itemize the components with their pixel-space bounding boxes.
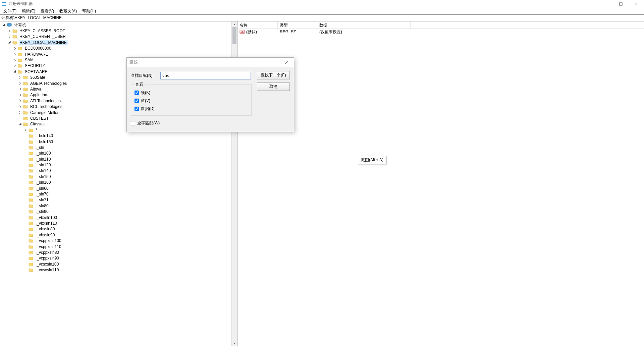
col-name[interactable]: 名称 bbox=[237, 21, 278, 28]
expand-toggle-icon[interactable] bbox=[1, 22, 7, 28]
expand-toggle-icon[interactable] bbox=[7, 28, 12, 34]
close-button[interactable] bbox=[629, 0, 644, 8]
expand-toggle-icon[interactable] bbox=[17, 110, 23, 115]
scroll-thumb[interactable] bbox=[232, 27, 236, 44]
tree-classes-7[interactable]: ._sln150 bbox=[0, 174, 231, 179]
list-body[interactable]: ab (默认) REG_SZ (数值未设置) bbox=[237, 29, 644, 346]
chk-data[interactable]: 数据(D) bbox=[135, 105, 248, 113]
expand-toggle-icon[interactable] bbox=[7, 34, 12, 39]
tree-node-label: ._vcsxsln110 bbox=[35, 267, 59, 273]
tree-classes-0[interactable]: ._bsln140 bbox=[0, 133, 231, 138]
find-next-label: 查找下一个(F) bbox=[261, 72, 286, 78]
expand-toggle-icon[interactable] bbox=[17, 75, 23, 80]
menu-view[interactable]: 查看(V) bbox=[38, 8, 57, 15]
tree-classes-11[interactable]: ._sln71 bbox=[0, 197, 231, 203]
svg-marker-12 bbox=[14, 70, 16, 72]
expand-toggle-icon[interactable] bbox=[12, 63, 17, 68]
tree-classes-12[interactable]: ._sln80 bbox=[0, 203, 231, 209]
expand-toggle-icon[interactable] bbox=[17, 81, 23, 86]
chk-whole-word-label: 全字匹配(W) bbox=[137, 120, 160, 126]
expand-toggle-icon[interactable] bbox=[7, 40, 12, 45]
tree-hkcr[interactable]: HKEY_CLASSES_ROOT bbox=[0, 28, 231, 34]
tree-classes-18[interactable]: ._vcppxsln100 bbox=[0, 238, 231, 243]
chk-values[interactable]: 值(V) bbox=[135, 97, 248, 105]
address-bar[interactable]: 计算机\HKEY_LOCAL_MACHINE bbox=[0, 14, 644, 21]
list-header: 名称 类型 数据 bbox=[237, 21, 644, 29]
menu-file[interactable]: 文件(F) bbox=[1, 8, 19, 15]
menu-favorites[interactable]: 收藏夹(A) bbox=[57, 8, 79, 15]
hint-text: 截图(Alt + A) bbox=[361, 158, 383, 162]
folder-icon bbox=[23, 121, 28, 127]
folder-icon bbox=[28, 232, 34, 238]
folder-icon bbox=[28, 145, 34, 150]
expand-toggle-icon[interactable] bbox=[23, 127, 28, 133]
tree-classes-8[interactable]: ._sln160 bbox=[0, 180, 231, 185]
chk-data-input[interactable] bbox=[135, 107, 139, 111]
expand-toggle-icon[interactable] bbox=[17, 92, 23, 98]
chk-values-input[interactable] bbox=[135, 99, 139, 103]
minimize-button[interactable] bbox=[598, 0, 613, 8]
expand-toggle-icon[interactable] bbox=[12, 69, 17, 74]
folder-icon bbox=[12, 40, 17, 45]
tree-node-label: SOFTWARE bbox=[24, 69, 48, 74]
tree-classes-9[interactable]: ._sln60 bbox=[0, 185, 231, 191]
find-next-button[interactable]: 查找下一个(F) bbox=[257, 71, 290, 79]
folder-icon bbox=[28, 174, 34, 179]
folder-icon bbox=[28, 203, 34, 209]
tree-node-label: ._sln bbox=[35, 145, 45, 150]
tree-hardware[interactable]: HARDWARE bbox=[0, 51, 231, 57]
svg-marker-13 bbox=[19, 123, 21, 125]
tree-node-label: ._vcppxsln90 bbox=[35, 255, 60, 261]
address-text: 计算机\HKEY_LOCAL_MACHINE bbox=[1, 15, 62, 21]
screenshot-hint-tooltip: 截图(Alt + A) bbox=[358, 156, 386, 164]
cell-type: REG_SZ bbox=[278, 30, 317, 34]
tree-classes-5[interactable]: ._sln120 bbox=[0, 162, 231, 168]
tree-classes-19[interactable]: ._vcppxsln110 bbox=[0, 244, 231, 249]
tree-root-computer[interactable]: 计算机 bbox=[0, 22, 231, 28]
cancel-button[interactable]: 取消 bbox=[257, 82, 290, 91]
chk-keys[interactable]: 项(K) bbox=[135, 89, 248, 97]
folder-icon bbox=[28, 162, 34, 168]
tree-classes-2[interactable]: ._sln bbox=[0, 145, 231, 150]
expand-toggle-icon[interactable] bbox=[17, 121, 23, 127]
expand-toggle-icon[interactable] bbox=[12, 57, 17, 63]
find-dialog-close-button[interactable] bbox=[282, 59, 292, 66]
expand-toggle-icon[interactable] bbox=[12, 46, 17, 51]
tree-classes-21[interactable]: ._vcppxsln90 bbox=[0, 255, 231, 261]
tree-classes-13[interactable]: ._sln90 bbox=[0, 209, 231, 215]
tree-hklm[interactable]: HKEY_LOCAL_MACHINE bbox=[0, 40, 231, 45]
tree-classes-23[interactable]: ._vcsxsln110 bbox=[0, 267, 231, 273]
tree-classes-1[interactable]: ._bsln150 bbox=[0, 139, 231, 145]
col-type[interactable]: 类型 bbox=[278, 21, 317, 28]
menu-edit[interactable]: 编辑(E) bbox=[19, 8, 38, 15]
tree-node-label: Altova bbox=[30, 86, 42, 92]
tree-classes-4[interactable]: ._sln110 bbox=[0, 156, 231, 162]
list-row[interactable]: ab (默认) REG_SZ (数值未设置) bbox=[237, 29, 644, 35]
tree-classes-15[interactable]: ._vbxsln110 bbox=[0, 220, 231, 226]
folder-icon bbox=[28, 244, 34, 249]
tree-classes-3[interactable]: ._sln100 bbox=[0, 151, 231, 156]
chk-whole-word[interactable]: 全字匹配(W) bbox=[131, 119, 290, 127]
chk-keys-input[interactable] bbox=[135, 91, 139, 95]
tree-classes-22[interactable]: ._vcsxsln100 bbox=[0, 261, 231, 267]
tree-bcd[interactable]: BCD00000000 bbox=[0, 46, 231, 51]
expand-toggle-icon[interactable] bbox=[12, 52, 17, 57]
tree-classes-17[interactable]: ._vbxsln90 bbox=[0, 232, 231, 238]
maximize-button[interactable] bbox=[613, 0, 629, 8]
find-dialog-titlebar[interactable]: 查找 bbox=[127, 58, 294, 67]
expand-toggle-icon[interactable] bbox=[17, 104, 23, 109]
expand-toggle-icon[interactable] bbox=[17, 98, 23, 104]
find-target-input[interactable] bbox=[160, 72, 251, 79]
tree-classes-6[interactable]: ._sln140 bbox=[0, 168, 231, 174]
scroll-up-button[interactable] bbox=[232, 21, 237, 27]
col-data[interactable]: 数据 bbox=[317, 21, 411, 28]
menu-help[interactable]: 帮助(H) bbox=[79, 8, 99, 15]
expand-toggle-icon[interactable] bbox=[17, 86, 23, 92]
tree-classes-10[interactable]: ._sln70 bbox=[0, 191, 231, 197]
tree-classes-16[interactable]: ._vbxsln80 bbox=[0, 226, 231, 232]
tree-classes-14[interactable]: ._vbxsln100 bbox=[0, 215, 231, 220]
chk-whole-word-input[interactable] bbox=[131, 121, 135, 125]
tree-hkcu[interactable]: HKEY_CURRENT_USER bbox=[0, 34, 231, 40]
scroll-down-button[interactable] bbox=[232, 340, 237, 346]
tree-classes-20[interactable]: ._vcppxsln80 bbox=[0, 249, 231, 255]
